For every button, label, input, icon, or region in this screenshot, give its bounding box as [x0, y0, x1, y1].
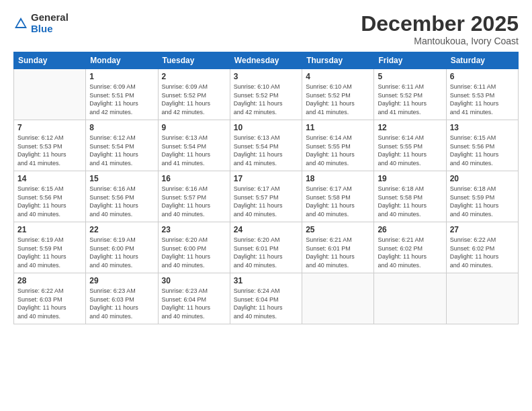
day-number: 16	[162, 174, 226, 183]
calendar-cell: 26Sunrise: 6:21 AMSunset: 6:02 PMDayligh…	[374, 222, 446, 273]
day-info: Sunrise: 6:20 AMSunset: 6:00 PMDaylight:…	[162, 236, 226, 269]
day-number: 31	[234, 276, 298, 285]
day-info: Sunrise: 6:11 AMSunset: 5:52 PMDaylight:…	[378, 83, 442, 116]
calendar-cell: 13Sunrise: 6:15 AMSunset: 5:56 PMDayligh…	[446, 120, 518, 171]
calendar-cell: 6Sunrise: 6:11 AMSunset: 5:53 PMDaylight…	[446, 69, 518, 120]
calendar-cell: 19Sunrise: 6:18 AMSunset: 5:58 PMDayligh…	[374, 171, 446, 222]
day-info: Sunrise: 6:12 AMSunset: 5:54 PMDaylight:…	[89, 134, 154, 167]
day-number: 29	[89, 276, 154, 285]
day-number: 15	[89, 174, 154, 183]
day-number: 10	[234, 123, 298, 132]
day-header-saturday: Saturday	[446, 52, 518, 69]
calendar-cell: 5Sunrise: 6:11 AMSunset: 5:52 PMDaylight…	[374, 69, 446, 120]
calendar-cell: 9Sunrise: 6:13 AMSunset: 5:54 PMDaylight…	[158, 120, 230, 171]
day-header-thursday: Thursday	[302, 52, 374, 69]
day-info: Sunrise: 6:10 AMSunset: 5:52 PMDaylight:…	[306, 83, 370, 116]
day-number: 12	[378, 123, 442, 132]
day-info: Sunrise: 6:16 AMSunset: 5:56 PMDaylight:…	[89, 185, 154, 218]
calendar-cell: 10Sunrise: 6:13 AMSunset: 5:54 PMDayligh…	[230, 120, 302, 171]
calendar-cell: 15Sunrise: 6:16 AMSunset: 5:56 PMDayligh…	[86, 171, 158, 222]
day-info: Sunrise: 6:21 AMSunset: 6:01 PMDaylight:…	[306, 236, 370, 269]
calendar-week-4: 21Sunrise: 6:19 AMSunset: 5:59 PMDayligh…	[14, 222, 519, 273]
calendar-cell: 8Sunrise: 6:12 AMSunset: 5:54 PMDaylight…	[86, 120, 158, 171]
day-number: 9	[162, 123, 226, 132]
day-number: 8	[89, 123, 154, 132]
day-info: Sunrise: 6:24 AMSunset: 6:04 PMDaylight:…	[234, 287, 298, 320]
calendar-cell: 1Sunrise: 6:09 AMSunset: 5:51 PMDaylight…	[86, 69, 158, 120]
day-number: 28	[17, 276, 82, 285]
day-number: 17	[234, 174, 298, 183]
day-number: 13	[450, 123, 515, 132]
day-number: 22	[89, 225, 154, 234]
calendar-cell: 2Sunrise: 6:09 AMSunset: 5:52 PMDaylight…	[158, 69, 230, 120]
calendar-cell: 27Sunrise: 6:22 AMSunset: 6:02 PMDayligh…	[446, 222, 518, 273]
calendar-cell	[446, 273, 518, 324]
day-number: 20	[450, 174, 515, 183]
day-number: 19	[378, 174, 442, 183]
day-info: Sunrise: 6:22 AMSunset: 6:02 PMDaylight:…	[450, 236, 515, 269]
day-number: 11	[306, 123, 370, 132]
day-header-sunday: Sunday	[14, 52, 86, 69]
day-info: Sunrise: 6:12 AMSunset: 5:53 PMDaylight:…	[17, 134, 82, 167]
day-header-friday: Friday	[374, 52, 446, 69]
calendar-cell: 28Sunrise: 6:22 AMSunset: 6:03 PMDayligh…	[14, 273, 86, 324]
day-info: Sunrise: 6:18 AMSunset: 5:58 PMDaylight:…	[378, 185, 442, 218]
day-header-wednesday: Wednesday	[230, 52, 302, 69]
calendar-cell: 21Sunrise: 6:19 AMSunset: 5:59 PMDayligh…	[14, 222, 86, 273]
day-info: Sunrise: 6:16 AMSunset: 5:57 PMDaylight:…	[162, 185, 226, 218]
calendar-header-row: SundayMondayTuesdayWednesdayThursdayFrid…	[14, 52, 519, 69]
calendar-cell: 25Sunrise: 6:21 AMSunset: 6:01 PMDayligh…	[302, 222, 374, 273]
day-number: 30	[162, 276, 226, 285]
calendar-cell: 16Sunrise: 6:16 AMSunset: 5:57 PMDayligh…	[158, 171, 230, 222]
day-info: Sunrise: 6:20 AMSunset: 6:01 PMDaylight:…	[234, 236, 298, 269]
calendar-cell: 22Sunrise: 6:19 AMSunset: 6:00 PMDayligh…	[86, 222, 158, 273]
calendar-cell: 18Sunrise: 6:17 AMSunset: 5:58 PMDayligh…	[302, 171, 374, 222]
day-number: 25	[306, 225, 370, 234]
logo-icon	[13, 16, 28, 31]
day-info: Sunrise: 6:19 AMSunset: 5:59 PMDaylight:…	[17, 236, 82, 269]
day-number: 26	[378, 225, 442, 234]
month-title: December 2025	[361, 12, 519, 36]
location: Mantoukoua, Ivory Coast	[361, 36, 519, 46]
day-number: 5	[378, 72, 442, 81]
title-section: December 2025 Mantoukoua, Ivory Coast	[361, 12, 519, 46]
day-info: Sunrise: 6:15 AMSunset: 5:56 PMDaylight:…	[450, 134, 515, 167]
calendar-cell: 20Sunrise: 6:18 AMSunset: 5:59 PMDayligh…	[446, 171, 518, 222]
day-info: Sunrise: 6:10 AMSunset: 5:52 PMDaylight:…	[234, 83, 298, 116]
day-info: Sunrise: 6:11 AMSunset: 5:53 PMDaylight:…	[450, 83, 515, 116]
calendar-week-5: 28Sunrise: 6:22 AMSunset: 6:03 PMDayligh…	[14, 273, 519, 324]
calendar-cell: 12Sunrise: 6:14 AMSunset: 5:55 PMDayligh…	[374, 120, 446, 171]
day-number: 24	[234, 225, 298, 234]
calendar-week-2: 7Sunrise: 6:12 AMSunset: 5:53 PMDaylight…	[14, 120, 519, 171]
header: General Blue December 2025 Mantoukoua, I…	[13, 12, 519, 46]
day-info: Sunrise: 6:18 AMSunset: 5:59 PMDaylight:…	[450, 185, 515, 218]
calendar-cell: 30Sunrise: 6:23 AMSunset: 6:04 PMDayligh…	[158, 273, 230, 324]
day-header-monday: Monday	[86, 52, 158, 69]
day-number: 18	[306, 174, 370, 183]
day-number: 1	[89, 72, 154, 81]
logo: General Blue	[13, 12, 69, 34]
day-number: 6	[450, 72, 515, 81]
day-info: Sunrise: 6:14 AMSunset: 5:55 PMDaylight:…	[306, 134, 370, 167]
calendar-cell	[374, 273, 446, 324]
calendar-cell: 4Sunrise: 6:10 AMSunset: 5:52 PMDaylight…	[302, 69, 374, 120]
day-info: Sunrise: 6:09 AMSunset: 5:52 PMDaylight:…	[162, 83, 226, 116]
day-info: Sunrise: 6:13 AMSunset: 5:54 PMDaylight:…	[234, 134, 298, 167]
day-info: Sunrise: 6:13 AMSunset: 5:54 PMDaylight:…	[162, 134, 226, 167]
calendar: SundayMondayTuesdayWednesdayThursdayFrid…	[13, 52, 519, 324]
day-info: Sunrise: 6:17 AMSunset: 5:58 PMDaylight:…	[306, 185, 370, 218]
day-info: Sunrise: 6:23 AMSunset: 6:04 PMDaylight:…	[162, 287, 226, 320]
calendar-cell: 24Sunrise: 6:20 AMSunset: 6:01 PMDayligh…	[230, 222, 302, 273]
day-info: Sunrise: 6:15 AMSunset: 5:56 PMDaylight:…	[17, 185, 82, 218]
day-info: Sunrise: 6:19 AMSunset: 6:00 PMDaylight:…	[89, 236, 154, 269]
calendar-cell: 7Sunrise: 6:12 AMSunset: 5:53 PMDaylight…	[14, 120, 86, 171]
day-number: 3	[234, 72, 298, 81]
logo-general: General	[31, 12, 69, 24]
calendar-cell: 31Sunrise: 6:24 AMSunset: 6:04 PMDayligh…	[230, 273, 302, 324]
day-number: 4	[306, 72, 370, 81]
calendar-cell	[14, 69, 86, 120]
day-info: Sunrise: 6:09 AMSunset: 5:51 PMDaylight:…	[89, 83, 154, 116]
day-info: Sunrise: 6:17 AMSunset: 5:57 PMDaylight:…	[234, 185, 298, 218]
day-number: 2	[162, 72, 226, 81]
day-info: Sunrise: 6:21 AMSunset: 6:02 PMDaylight:…	[378, 236, 442, 269]
